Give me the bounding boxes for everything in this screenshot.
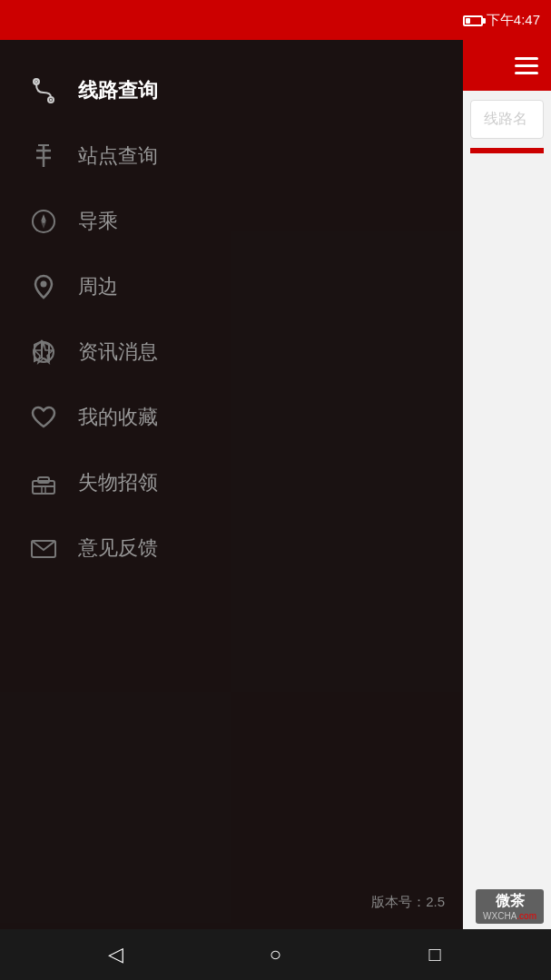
- sidebar-item-label-news: 资讯消息: [78, 338, 158, 366]
- battery-icon: [463, 15, 483, 26]
- nav-bar: ◁ ○ □ 微茶 WXCHA.com: [0, 929, 551, 980]
- sidebar-item-label-nearby: 周边: [78, 273, 118, 300]
- nav-home-button[interactable]: ○: [257, 936, 293, 973]
- svg-point-12: [42, 220, 45, 223]
- watermark-text: 微茶: [496, 892, 525, 911]
- hamburger-line-1: [515, 57, 538, 60]
- feedback-icon: [27, 532, 60, 564]
- sidebar-item-label-stop-query: 站点查询: [78, 142, 158, 170]
- sidebar-item-label-route-query: 线路查询: [78, 77, 158, 104]
- heart-icon: [27, 401, 60, 434]
- search-bar[interactable]: 线路名: [470, 100, 544, 139]
- sidebar-item-stop-query[interactable]: 站点查询: [0, 123, 463, 189]
- route-icon: [27, 74, 60, 107]
- hamburger-line-2: [515, 64, 538, 67]
- search-placeholder: 线路名: [484, 111, 527, 126]
- home-icon: ○: [270, 943, 281, 966]
- hamburger-button[interactable]: [515, 57, 538, 74]
- news-icon: [27, 336, 60, 368]
- compass-icon: [27, 205, 60, 238]
- svg-point-13: [41, 281, 47, 288]
- recent-icon: □: [428, 943, 440, 966]
- svg-point-3: [50, 99, 53, 102]
- sidebar: 线路查询 站点查询: [0, 40, 463, 929]
- sidebar-item-label-navigation: 导乘: [78, 208, 118, 235]
- status-time: 下午4:47: [487, 12, 540, 29]
- main-container: 线路查询 站点查询: [0, 40, 551, 929]
- lost-icon: [27, 466, 60, 499]
- nav-recent-button[interactable]: □: [417, 936, 453, 973]
- back-icon: ◁: [108, 943, 123, 966]
- sidebar-item-label-favorites: 我的收藏: [78, 404, 158, 431]
- sidebar-item-label-feedback: 意见反馈: [78, 534, 158, 562]
- sidebar-item-lost-found[interactable]: 失物招领: [0, 450, 463, 515]
- status-bar: 下午4:47: [0, 0, 551, 40]
- watermark-subtext: WXCHA.com: [483, 911, 536, 921]
- nav-back-button[interactable]: ◁: [98, 936, 134, 973]
- red-bar: [470, 148, 544, 153]
- version-text: 版本号：2.5: [371, 894, 445, 911]
- sidebar-item-news[interactable]: 资讯消息: [0, 319, 463, 385]
- sidebar-item-favorites[interactable]: 我的收藏: [0, 385, 463, 450]
- sidebar-item-route-query[interactable]: 线路查询: [0, 58, 463, 123]
- sidebar-item-navigation[interactable]: 导乘: [0, 189, 463, 254]
- location-icon: [27, 270, 60, 303]
- sidebar-item-nearby[interactable]: 周边: [0, 254, 463, 319]
- svg-point-2: [35, 81, 38, 83]
- battery-icon-wrapper: [463, 12, 487, 28]
- right-header: [463, 40, 551, 91]
- right-panel: 线路名: [463, 40, 551, 929]
- sidebar-item-feedback[interactable]: 意见反馈: [0, 515, 463, 581]
- hamburger-line-3: [515, 72, 538, 74]
- watermark: 微茶 WXCHA.com: [476, 889, 544, 924]
- stop-icon: [27, 140, 60, 172]
- sidebar-item-label-lost-found: 失物招领: [78, 469, 158, 496]
